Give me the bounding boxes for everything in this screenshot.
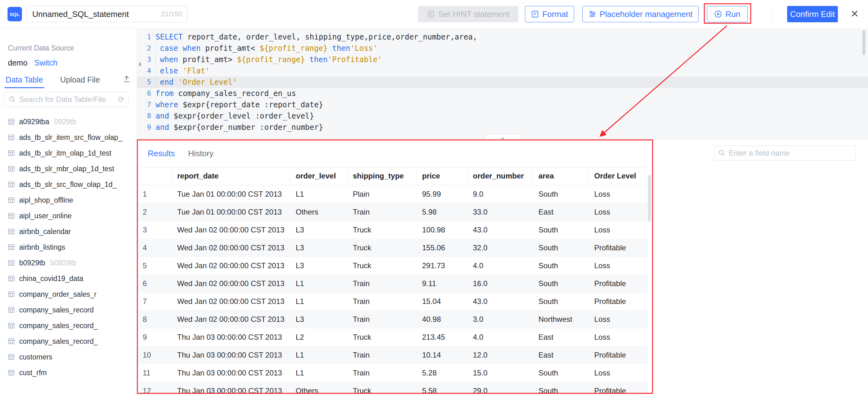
table-list-item[interactable]: a0929tba0929tb — [0, 114, 137, 129]
editor-scrollbar[interactable] — [862, 30, 866, 55]
line-number: 8 — [137, 111, 151, 122]
code-line[interactable]: 8and $expr{order_level :order_level} — [137, 111, 868, 122]
table-cell: Wed Jan 02 00:00:00 CST 2013 — [172, 221, 290, 239]
run-button[interactable]: Run — [707, 6, 748, 22]
table-list-item[interactable]: company_sales_record_ — [0, 333, 137, 349]
upload-icon[interactable] — [122, 75, 131, 85]
table-list-item[interactable]: airbnb_calendar — [0, 224, 137, 239]
sql-logo-icon: SQL — [7, 7, 22, 21]
table-name: cust_rfm — [19, 369, 47, 377]
table-row: 2Tue Jan 01 00:00:00 CST 2013OthersTrain… — [137, 203, 648, 221]
table-cell: Others — [290, 382, 347, 394]
code-line[interactable]: 4else 'Flat' — [137, 65, 868, 76]
table-cell: 16.0 — [467, 275, 533, 293]
close-icon[interactable]: ✕ — [850, 8, 859, 20]
table-cell: L3 — [290, 221, 347, 239]
results-scrollbar[interactable] — [648, 175, 651, 221]
line-number: 6 — [137, 88, 151, 99]
code-line[interactable]: 5end 'Order Level' — [137, 76, 868, 88]
table-name: ads_tb_slr_src_flow_olap_1d_ — [19, 180, 117, 189]
statement-title-input[interactable] — [32, 9, 158, 20]
field-search-input[interactable] — [728, 148, 852, 158]
table-cell: 95.99 — [416, 185, 467, 203]
table-cell: Train — [347, 293, 416, 310]
table-search-input[interactable] — [19, 95, 118, 104]
table-cell: Truck — [347, 221, 416, 239]
sql-code-editor[interactable]: 1SELECT report_date, order_level, shippi… — [137, 28, 868, 140]
results-table: report_dateorder_levelshipping_typeprice… — [137, 167, 648, 394]
table-list-item[interactable]: company_sales_record — [0, 302, 137, 318]
code-line[interactable]: 7where $expr{report_date :report_date} — [137, 99, 868, 111]
title-char-counter: 21/150 — [161, 10, 182, 18]
tab-upload-file[interactable]: Upload File — [60, 75, 100, 88]
table-cell: 12.0 — [467, 346, 533, 364]
collapse-editor-handle[interactable] — [485, 134, 521, 140]
table-cell: 29.0 — [467, 382, 533, 394]
sql-editor-window: SQL 21/150 Set HINT statement Format — [0, 0, 868, 399]
toolbar-divider — [772, 8, 772, 20]
table-cell: L3 — [290, 257, 347, 274]
code-line[interactable]: 6from company_sales_record_en_us — [137, 88, 868, 99]
refresh-icon[interactable]: ⟳ — [118, 95, 124, 103]
table-cell: South — [533, 275, 589, 293]
placeholder-management-button[interactable]: Placeholder management — [582, 6, 699, 22]
table-cell: 43.0 — [467, 293, 533, 310]
table-cell: L3 — [290, 311, 347, 328]
format-button[interactable]: Format — [525, 6, 574, 22]
datasource-name: demo — [8, 58, 28, 67]
table-cell: L1 — [290, 364, 347, 382]
table-row: 3Wed Jan 02 00:00:00 CST 2013L3Truck100.… — [137, 221, 648, 239]
collapse-sidebar-icon[interactable] — [137, 61, 142, 69]
table-list-item[interactable]: b0929tbb0929tb — [0, 255, 137, 271]
table-list-item[interactable]: company_order_sales_r — [0, 286, 137, 302]
code-line[interactable]: 9and $expr{order_number :order_number} — [137, 122, 868, 133]
table-icon — [8, 338, 15, 345]
table-cell: 5.28 — [416, 364, 467, 382]
code-line[interactable]: 2case when profit_amt< ${profit_range} t… — [137, 43, 868, 54]
switch-datasource-link[interactable]: Switch — [34, 58, 58, 67]
table-cell: South — [533, 239, 589, 256]
datasource-row: demo Switch — [8, 58, 57, 67]
table-icon — [8, 134, 15, 141]
table-cell: Thu Jan 03 00:00:00 CST 2013 — [172, 364, 290, 382]
table-cell: East — [533, 329, 589, 346]
table-list-item[interactable]: ads_tb_slr_item_src_flow_olap_1... — [0, 129, 137, 145]
format-label: Format — [542, 9, 568, 19]
confirm-edit-button[interactable]: Confirm Edit — [787, 6, 838, 22]
table-list-item[interactable]: company_sales_record_ — [0, 318, 137, 333]
tab-results[interactable]: Results — [148, 149, 175, 158]
code-line[interactable]: 3when profit_amt> ${profit_range} then'P… — [137, 54, 868, 65]
confirm-edit-label: Confirm Edit — [790, 9, 835, 19]
table-cell: 40.98 — [416, 311, 467, 328]
table-cell: Profitable — [589, 239, 647, 256]
line-number: 1 — [137, 31, 151, 43]
tab-data-table[interactable]: Data Table — [6, 75, 43, 88]
code-line[interactable]: 1SELECT report_date, order_level, shippi… — [137, 31, 868, 43]
table-list-item[interactable]: aipl_shop_offline — [0, 192, 137, 208]
line-number: 2 — [137, 43, 151, 54]
table-list-item[interactable]: china_covid19_data — [0, 271, 137, 286]
table-list-item[interactable]: ads_tb_slr_mbr_olap_1d_test — [0, 161, 137, 177]
table-icon — [8, 322, 15, 329]
table-name: aipl_shop_offline — [19, 196, 73, 205]
row-number-cell: 2 — [137, 203, 172, 221]
table-list-item[interactable]: cust_rfm — [0, 365, 137, 380]
table-list-item[interactable]: ads_tb_slr_src_flow_olap_1d_ — [0, 177, 137, 192]
table-row: 4Wed Jan 02 00:00:00 CST 2013L3Truck155.… — [137, 239, 648, 257]
tab-history[interactable]: History — [188, 149, 214, 158]
set-hint-button[interactable]: Set HINT statement — [418, 6, 518, 22]
table-list-item[interactable]: customers — [0, 349, 137, 365]
table-list-item[interactable]: ads_tb_slr_itm_olap_1d_test — [0, 145, 137, 161]
table-row: 1Tue Jan 01 00:00:00 CST 2013L1Plain95.9… — [137, 185, 648, 203]
table-cell: Profitable — [589, 346, 647, 364]
table-list-item[interactable]: aipl_user_online — [0, 208, 137, 224]
column-header: shipping_type — [347, 167, 416, 185]
table-cell: Plain — [347, 185, 416, 203]
table-name: b0929tb — [19, 259, 45, 267]
table-cell: 100.98 — [416, 221, 467, 239]
table-list-item[interactable]: airbnb_listings — [0, 239, 137, 255]
table-cell: 3.0 — [467, 311, 533, 328]
topbar: SQL 21/150 Set HINT statement Format — [0, 0, 868, 29]
table-cell: East — [533, 203, 589, 221]
table-icon — [8, 244, 15, 251]
